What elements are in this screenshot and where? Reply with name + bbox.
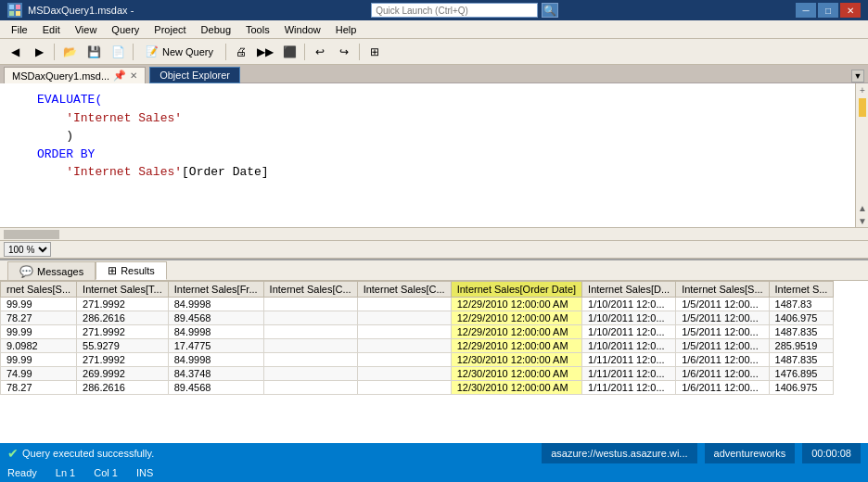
- results-table-wrap[interactable]: rnet Sales[S... Internet Sales[T... Inte…: [0, 281, 868, 443]
- restore-button[interactable]: □: [818, 3, 838, 18]
- cell-3-8: 285.9519: [769, 339, 834, 353]
- cell-3-0: 9.0982: [1, 339, 77, 353]
- cell-4-2: 84.9998: [168, 353, 263, 367]
- code-line-4: ORDER BY: [37, 146, 848, 164]
- cell-2-1: 271.9992: [77, 325, 169, 339]
- sidebar-scroll-up[interactable]: ▲: [856, 201, 868, 214]
- code-line-1: EVALUATE(: [37, 91, 848, 109]
- svg-rect-3: [16, 11, 20, 16]
- col-header-2: Internet Sales[Fr...: [168, 282, 263, 298]
- status-success-icon: ✔: [7, 446, 19, 461]
- cell-6-2: 89.4568: [168, 381, 263, 395]
- menu-help[interactable]: Help: [328, 20, 364, 39]
- object-explorer-tab[interactable]: Object Explorer: [149, 67, 240, 83]
- open-button[interactable]: 📂: [58, 42, 81, 62]
- results-tab[interactable]: ⊞ Results: [96, 261, 167, 280]
- status-message: Query executed successfully.: [22, 448, 154, 459]
- cell-6-0: 78.27: [1, 381, 77, 395]
- menu-query[interactable]: Query: [104, 20, 147, 39]
- col-header-7: Internet Sales[S...: [676, 282, 769, 298]
- menu-tools[interactable]: Tools: [238, 20, 277, 39]
- cell-0-0: 99.99: [1, 298, 77, 311]
- forward-button[interactable]: ▶: [28, 42, 50, 62]
- table-row: 99.99271.999284.999812/30/2010 12:00:00 …: [1, 353, 834, 367]
- status-server-text: asazure://westus.asazure.wi...: [551, 448, 687, 459]
- cell-3-5: 12/29/2010 12:00:00 AM: [451, 339, 581, 353]
- new-query-icon: 📝: [146, 45, 159, 57]
- cell-4-8: 1487.835: [769, 353, 834, 367]
- cell-0-8: 1487.83: [769, 298, 834, 311]
- sidebar-scroll-down[interactable]: ▼: [856, 214, 868, 227]
- title-bar: MSDaxQuery1.msdax - 🔍 ─ □ ✕: [0, 0, 868, 20]
- title-bar-left: MSDaxQuery1.msdax -: [7, 3, 134, 18]
- new-query-button[interactable]: 📝 New Query: [137, 42, 222, 62]
- quick-launch-button[interactable]: 🔍: [542, 3, 558, 18]
- menu-window[interactable]: Window: [277, 20, 328, 39]
- cell-5-3: [263, 367, 357, 381]
- cell-1-3: [263, 311, 357, 325]
- keyword-order-by: ORDER BY: [37, 147, 95, 161]
- cell-2-5: 12/29/2010 12:00:00 AM: [451, 325, 581, 339]
- redo-button[interactable]: ↪: [333, 42, 355, 62]
- editor-hscrollbar[interactable]: [0, 227, 868, 240]
- cell-4-6: 1/11/2011 12:0...: [582, 353, 676, 367]
- cell-2-4: [357, 325, 451, 339]
- cell-3-2: 17.4775: [168, 339, 263, 353]
- svg-rect-0: [9, 5, 14, 9]
- results-button[interactable]: ⊞: [364, 42, 386, 62]
- string-internet-sales: 'Internet Sales': [66, 111, 182, 125]
- menu-view[interactable]: View: [68, 20, 105, 39]
- menu-project[interactable]: Project: [147, 20, 193, 39]
- btn4[interactable]: ▶▶: [254, 42, 276, 62]
- editor-hscrollbar-thumb[interactable]: [4, 230, 59, 239]
- status-db-text: adventureworks: [714, 448, 786, 459]
- cell-6-5: 12/30/2010 12:00:00 AM: [451, 381, 581, 395]
- app-icon: [7, 3, 22, 18]
- cell-3-6: 1/10/2011 12:0...: [582, 339, 676, 353]
- messages-tab[interactable]: 💬 Messages: [7, 261, 96, 280]
- minimize-button[interactable]: ─: [796, 3, 816, 18]
- cell-0-3: [263, 298, 357, 311]
- bottom-ln: Ln 1: [56, 467, 75, 478]
- menu-bar: File Edit View Query Project Debug Tools…: [0, 20, 868, 39]
- cell-3-4: [357, 339, 451, 353]
- quick-launch-input[interactable]: [371, 3, 538, 18]
- menu-debug[interactable]: Debug: [194, 20, 238, 39]
- tab-bar: MSDaxQuery1.msd... 📌 ✕ Object Explorer ▼: [0, 65, 868, 83]
- print-button[interactable]: 🖨: [230, 42, 252, 62]
- tab-close-button[interactable]: ✕: [130, 70, 137, 81]
- cell-3-1: 55.9279: [77, 339, 169, 353]
- menu-file[interactable]: File: [4, 20, 35, 39]
- window-title: MSDaxQuery1.msdax -: [28, 5, 134, 16]
- bottom-bar: Ready Ln 1 Col 1 INS: [0, 463, 868, 482]
- main-query-tab[interactable]: MSDaxQuery1.msd... 📌 ✕: [4, 67, 146, 83]
- object-explorer-label: Object Explorer: [160, 70, 230, 81]
- close-button[interactable]: ✕: [840, 3, 861, 18]
- status-time: 00:00:08: [802, 443, 861, 463]
- string-internet-sales-2: 'Internet Sales': [66, 165, 182, 179]
- save-all-button[interactable]: 📄: [107, 42, 129, 62]
- zoom-select[interactable]: 100 % 75 % 125 %: [4, 242, 51, 257]
- cell-6-3: [263, 381, 357, 395]
- save-button[interactable]: 💾: [83, 42, 105, 62]
- results-tab-bar: 💬 Messages ⊞ Results: [0, 260, 868, 281]
- results-table: rnet Sales[S... Internet Sales[T... Inte…: [0, 281, 834, 395]
- back-button[interactable]: ◀: [4, 42, 26, 62]
- editor-wrapper: EVALUATE( 'Internet Sales' ) ORDER BY 'I…: [0, 83, 868, 227]
- tab-scroll-button[interactable]: ▼: [851, 70, 864, 82]
- btn5[interactable]: ⬛: [278, 42, 300, 62]
- menu-edit[interactable]: Edit: [35, 20, 68, 39]
- status-database: adventureworks: [705, 443, 796, 463]
- tab-label: MSDaxQuery1.msd...: [12, 70, 109, 82]
- undo-button[interactable]: ↩: [309, 42, 331, 62]
- sidebar-expand-button[interactable]: +: [856, 83, 868, 96]
- cell-1-6: 1/10/2011 12:0...: [582, 311, 676, 325]
- cell-4-7: 1/6/2011 12:00...: [676, 353, 769, 367]
- cell-1-4: [357, 311, 451, 325]
- cell-6-1: 286.2616: [77, 381, 169, 395]
- cell-6-8: 1406.975: [769, 381, 834, 395]
- results-tab-label: Results: [121, 265, 155, 276]
- editor-content[interactable]: EVALUATE( 'Internet Sales' ) ORDER BY 'I…: [0, 83, 855, 227]
- cell-5-0: 74.99: [1, 367, 77, 381]
- cell-0-6: 1/10/2011 12:0...: [582, 298, 676, 311]
